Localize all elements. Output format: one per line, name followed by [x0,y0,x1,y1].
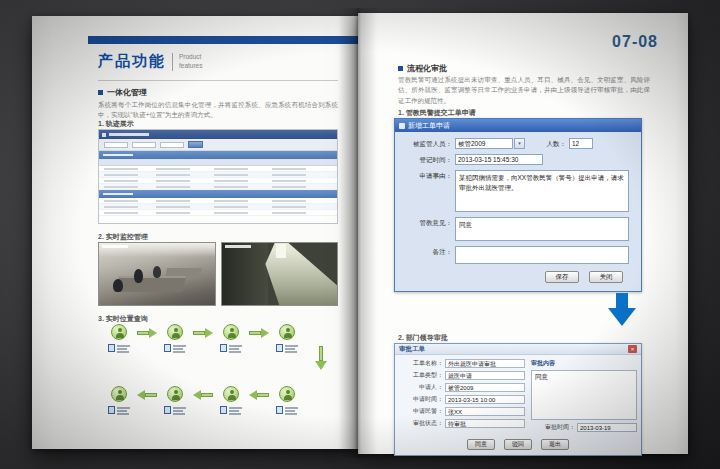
count-field-label: 人数： [539,138,569,149]
flow-row-2 [102,386,304,415]
cctv-person [134,269,143,283]
location-flow-diagram [98,324,338,444]
text-lines [229,344,242,353]
person-node-icon [279,324,295,340]
title-rule [98,80,338,81]
flow-node [158,324,192,353]
mini-input [160,142,184,148]
section-bullet [98,90,103,95]
person-node-icon [111,324,127,340]
reject-button: 驳回 [504,439,532,450]
form-icon [220,406,227,414]
person-picker-button: ▾ [514,138,525,149]
cctv-timestamp-overlay [102,245,128,248]
exit-button: 退出 [541,439,569,450]
record-icon [276,406,298,415]
table-row [99,184,337,190]
date-input: 2013-03-15 15:45:30 [455,154,543,165]
field-input: 被管2009 [445,383,525,392]
section-intro: 系统将每个工作岗位的信息集中化管理，并将监控系统、应急系统有机结合到系统中，实现… [98,100,338,121]
dialog-icon [399,123,405,129]
page-title-block: 产品功能 Product features [98,52,215,71]
opinion-field-label: 管教意见： [403,217,455,228]
cctv-light [276,244,286,258]
flow-node [158,386,192,415]
flow-down-arrow-icon [314,346,328,376]
step-flow-arrow-icon [608,293,636,327]
reason-field-label: 申请事由： [403,170,455,181]
form-icon [108,406,115,414]
cctv-wall [222,243,268,305]
form-icon [164,344,171,352]
approval-buttons: 同意 驳回 退出 [395,437,641,455]
person-field-label: 被监管人员： [403,138,455,149]
flow-node [214,386,248,415]
cctv-image-corridor [221,242,339,306]
mini-table-header [99,159,337,166]
page-title: 产品功能 [98,52,166,71]
approval-content-textarea: 同意 [531,370,637,420]
flow-node [102,386,136,415]
form-icon [276,406,283,414]
flow-arrow-left-icon [192,390,214,400]
title-divider [172,53,173,71]
flow-node [270,386,304,415]
approval-time-label: 审批时间： [531,423,577,432]
person-input: 被管2009 [455,138,513,149]
flow-arrow-right-icon [136,328,158,338]
dialog-buttons: 保存 关闭 [403,269,633,286]
item-label-submit-request: 1. 管教民警提交工单申请 [398,108,476,118]
right-page: 07-08 流程化审批 管教民警可通过系统提出来访审查、重点人员、耳目、械具、会… [358,13,688,454]
record-icon [220,406,242,415]
cctv-image-room [98,242,216,306]
mini-window-toolbar [99,139,337,151]
form-icon [220,344,227,352]
flow-node [102,324,136,353]
field-label: 审批状态： [399,419,445,428]
person-node-icon [167,324,183,340]
flow-arrow-right-icon [248,328,270,338]
text-lines [285,344,298,353]
text-lines [229,406,242,415]
field-label: 工单类型： [399,371,445,380]
mini-query-button [188,141,203,148]
flow-arrow-left-icon [248,390,270,400]
form-icon [164,406,171,414]
item-label-live-monitoring: 2. 实时监控管理 [98,232,148,242]
field-input: 张XX [445,407,525,416]
cctv-person [153,266,161,278]
save-button: 保存 [545,271,579,283]
dialog-title: 新增工单申请 [408,121,450,131]
record-icon [276,344,298,353]
item-label-track-display: 1. 轨迹展示 [98,119,134,129]
text-lines [173,406,186,415]
date-field-label: 登记时间： [403,154,455,165]
flow-node [270,324,304,353]
mini-input [132,142,156,148]
text-lines [173,344,186,353]
approval-window: 审批工单 × 工单名称：外出就医申请审批 工单类型：就医申请 申请人：被管200… [394,343,642,456]
flow-arrow-left-icon [136,390,158,400]
mini-app-icon [102,133,106,137]
record-icon [220,344,242,353]
page-subtitle: Product features [179,53,215,69]
left-page: 产品功能 Product features 一体化管理 系统将每个工作岗位的信息… [32,16,358,449]
field-label: 申请人： [399,383,445,392]
mini-band-text [103,154,133,157]
field-input: 外出就医申请审批 [445,359,525,368]
field-label: 申请民警： [399,407,445,416]
section-label: 流程化审批 [407,63,447,74]
photo-backdrop: 产品功能 Product features 一体化管理 系统将每个工作岗位的信息… [0,0,720,469]
close-icon: × [628,345,637,353]
close-button: 关闭 [589,271,623,283]
text-lines [285,406,298,415]
approval-fields-column: 工单名称：外出就医申请审批 工单类型：就医申请 申请人：被管2009 申请时间：… [399,359,525,435]
field-input: 就医申请 [445,371,525,380]
dialog-body: 被监管人员： 被管2009 ▾ 人数： 12 登记时间： 2013-03-15 … [395,132,641,291]
section-heading-integrated-management: 一体化管理 [98,87,147,98]
mini-title-text [109,133,149,136]
dialog-titlebar: 新增工单申请 [395,119,641,132]
reason-textarea: 某犯因病情需要，向XX管教民警（警号）提出申请，请求审批外出就医管理。 [455,170,629,212]
approval-content-column: 审批内容 同意 审批时间： 2013-03-19 [525,359,637,435]
item-label-leader-approval: 2. 部门领导审批 [398,333,448,343]
